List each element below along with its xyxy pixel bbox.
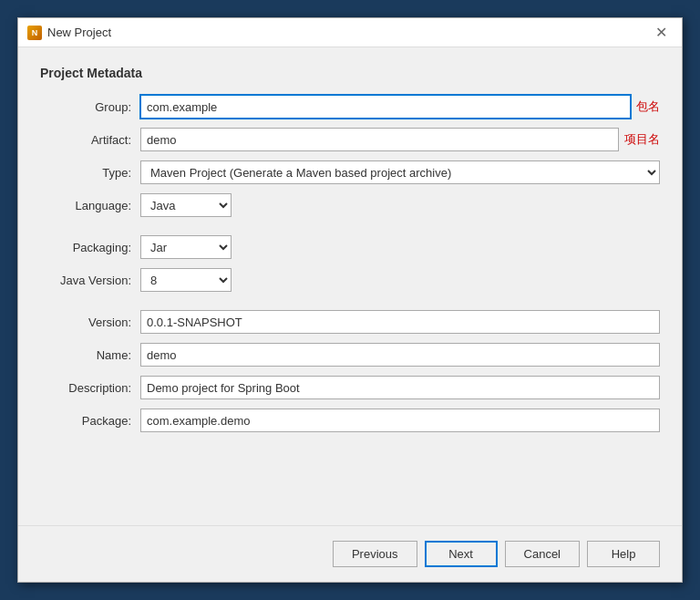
group-label: Group: [40,100,140,114]
package-input[interactable] [140,409,660,432]
artifact-annotation: 项目名 [624,131,660,148]
dialog-title: New Project [47,26,111,39]
version-label: Version: [40,316,140,329]
artifact-input[interactable] [140,128,619,151]
next-button[interactable]: Next [425,541,498,567]
packaging-select[interactable]: Jar War [140,235,232,259]
group-row: Group: 包名 [40,95,660,119]
dialog-content: Project Metadata Group: 包名 Artifact: 项目名… [18,47,682,525]
description-input[interactable] [140,376,660,399]
description-label: Description: [40,381,140,395]
help-button[interactable]: Help [587,541,660,567]
section-title: Project Metadata [40,66,660,80]
package-label: Package: [40,414,140,428]
type-input-wrapper: Maven Project (Generate a Maven based pr… [140,160,660,184]
dialog-footer: Previous Next Cancel Help [18,525,682,582]
artifact-label: Artifact: [40,133,140,147]
group-annotation: 包名 [636,98,660,115]
language-row: Language: Java Kotlin Groovy [40,193,660,217]
previous-button[interactable]: Previous [333,541,417,567]
version-row: Version: [40,310,660,334]
title-bar: N New Project ✕ [18,18,682,47]
java-version-label: Java Version: [40,274,140,287]
type-row: Type: Maven Project (Generate a Maven ba… [40,160,660,184]
package-row: Package: [40,409,660,432]
language-label: Language: [40,199,140,212]
new-project-dialog: N New Project ✕ Project Metadata Group: … [17,17,683,583]
type-label: Type: [40,166,140,180]
close-button[interactable]: ✕ [650,24,673,42]
description-row: Description: [40,376,660,399]
packaging-label: Packaging: [40,241,140,254]
dialog-icon: N [27,26,42,40]
java-version-select[interactable]: 8 11 17 21 [140,268,232,292]
group-input-wrapper: 包名 [140,95,660,119]
name-label: Name: [40,348,140,362]
name-input[interactable] [140,343,660,367]
artifact-row: Artifact: 项目名 [40,128,660,151]
title-bar-left: N New Project [27,26,111,40]
language-select[interactable]: Java Kotlin Groovy [140,193,232,217]
name-row: Name: [40,343,660,367]
type-select[interactable]: Maven Project (Generate a Maven based pr… [140,160,660,184]
cancel-button[interactable]: Cancel [505,541,580,567]
artifact-input-wrapper: 项目名 [140,128,660,151]
version-input[interactable] [140,310,660,334]
packaging-row: Packaging: Jar War [40,235,660,259]
java-version-row: Java Version: 8 11 17 21 [40,268,660,292]
group-input[interactable] [140,95,631,119]
